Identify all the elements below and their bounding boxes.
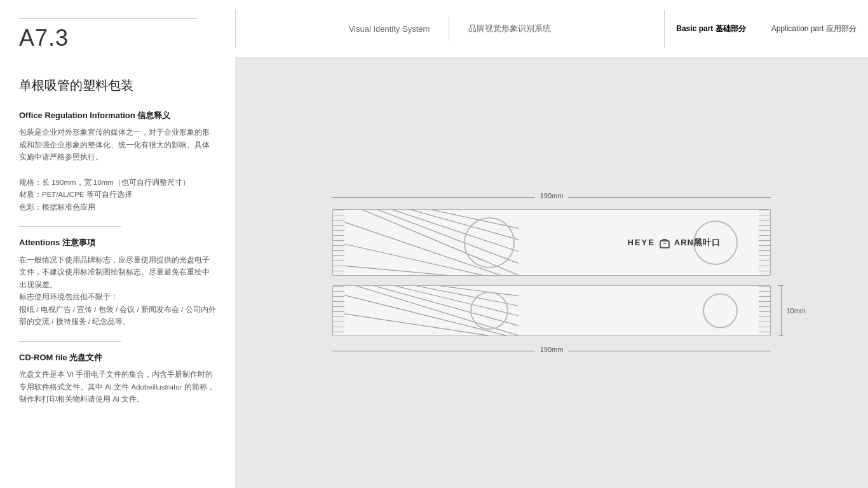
specs-size: 规格：长 190mm，宽 10mm（也可自行调整尺寸） [19,177,216,189]
header-right: Basic part 基础部分 Application part 应用部分 [665,10,868,48]
svg-line-7 [344,266,447,275]
sidebar-title: 单根吸管的塑料包装 [19,76,216,94]
side-tick-bottom [778,336,783,336]
dim-top-text: 190mm [535,192,569,200]
dim-bottom: 190mm [332,346,771,353]
sidebar: 单根吸管的塑料包装 Office Regulation Information … [0,57,235,488]
section-info: Office Regulation Information 信息释义 包装是企业… [19,110,216,164]
section-cdrom: CD-ROM file 光盘文件 光盘文件是本 VI 手册电子文件的集合，内含手… [19,352,216,406]
header-top-line [19,18,197,18]
dim-top: 190mm [332,192,771,200]
main-display-area: 190mm [235,57,868,488]
header-left: A7.3 [0,0,235,62]
section-attentions-heading: Attentions 注意事項 [19,237,216,248]
side-vline [781,286,782,336]
wrapper-group-2: 10mm [332,285,771,336]
logo-arn: ARN黑叶口 [674,237,721,248]
logo-bucket-icon [658,236,672,250]
circle-deco-left-2 [470,292,508,330]
svg-rect-8 [660,241,669,248]
circle-deco-right-2 [703,294,738,329]
wrapper-inner-2 [344,286,759,336]
side-dimension-bracket [778,285,783,336]
straw-wrapper-1: HEYE ARN黑叶口 [332,209,771,276]
nav-application-part[interactable]: Application part 应用部分 [771,24,857,34]
side-dimension: 10mm [778,285,806,336]
specs-color: 色彩：根据标准色应用 [19,201,216,214]
section-info-text: 包装是企业对外形象宣传的媒体之一，对于企业形象的形成和加强企业形象的整体化、统一… [19,126,216,164]
vis-en-label: Visual Identity System [349,24,430,34]
logo-heye: HEYE [627,238,654,247]
circle-deco-left-1 [464,217,515,268]
vis-cn-label: 品牌视觉形象识别系统 [468,23,551,34]
specs-material: 材质：PET/AL/CPE 等可自行选择 [19,189,216,201]
main-content: 单根吸管的塑料包装 Office Regulation Information … [0,57,868,488]
section-cdrom-heading: CD-ROM file 光盘文件 [19,352,216,363]
section-attentions: Attentions 注意事項 在一般情况下使用品牌标志，应尽量使用提供的光盘电… [19,237,216,328]
section-specs: 规格：长 190mm，宽 10mm（也可自行调整尺寸） 材质：PET/AL/CP… [19,177,216,214]
dim-bottom-text: 190mm [535,346,569,353]
section-number: A7.3 [19,27,216,50]
section-cdrom-text: 光盘文件是本 VI 手册电子文件的集合，内含手册制作时的专用软件格式文件。其中 … [19,369,216,406]
section-attentions-text1: 在一般情况下使用品牌标志，应尽量使用提供的光盘电子文件，不建议使用标准制图绘制标… [19,254,216,292]
section-divider-2 [19,341,121,342]
section-info-heading: Office Regulation Information 信息释义 [19,110,216,121]
logo-area-1: HEYE ARN黑叶口 [627,236,721,250]
svg-line-6 [344,244,482,275]
section-divider-1 [19,226,121,227]
side-dim-label: 10mm [786,307,806,315]
straw-wrapper-2 [332,285,771,336]
header-center: Visual Identity System 品牌视觉形象识别系统 [235,10,665,48]
section-attentions-text3: 报纸 / 电视广告 / 宣传 / 包装 / 会议 / 新闻发布会 / 公司内外部… [19,304,216,329]
svg-line-16 [344,314,489,336]
wrapper-inner-1: HEYE ARN黑叶口 [344,210,759,275]
section-attentions-text2: 标志使用环境包括但不限于： [19,291,216,304]
header: A7.3 Visual Identity System 品牌视觉形象识别系统 B… [0,0,868,57]
nav-basic-part[interactable]: Basic part 基础部分 [676,24,745,34]
center-divider [449,16,449,41]
wrapper-container: 190mm [261,192,843,353]
